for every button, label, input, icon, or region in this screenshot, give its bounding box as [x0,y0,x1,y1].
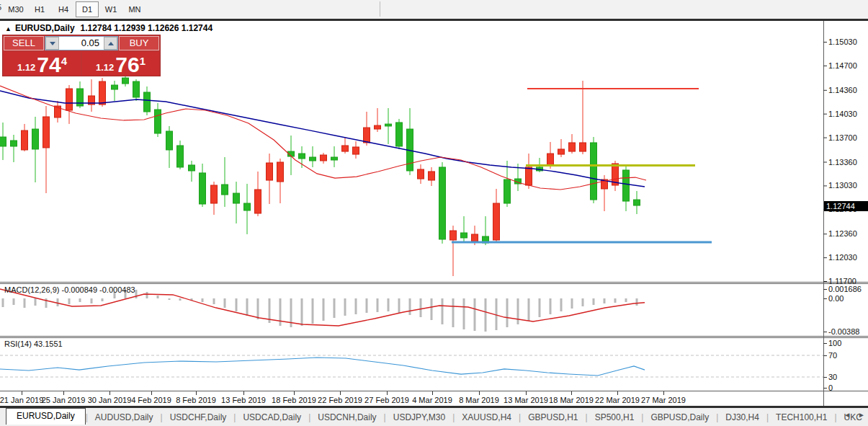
ask-price-prefix: 1.12 [96,61,114,75]
timeframe-buttons: M30H1H4D1W1MN [4,1,147,17]
timeframe-h4-button[interactable]: H4 [52,1,75,17]
rsi-indicator-label: RSI(14) 43.1551 [4,340,63,348]
date-axis-label: 18 Feb 2019 [272,396,316,404]
ask-price-display[interactable]: 1.12761 [82,52,159,76]
date-axis-label: 13 Feb 2019 [221,396,266,404]
tab-sp500-h1[interactable]: SP500,H1 [588,410,642,425]
chart-ohlc-values: 1.12784 1.12939 1.12626 1.12744 [81,23,213,33]
tab-tech100-h1[interactable]: TECH100,H1 [769,410,834,425]
tab-usdcnh-daily[interactable]: USDCNH,Daily [310,410,383,425]
date-axis-label: 22 Mar 2019 [595,396,640,404]
chevron-down-icon [50,42,55,45]
tab-gbpusd-h1[interactable]: GBPUSD,H1 [521,410,585,425]
chart-title: ▲EURUSD,Daily1.12784 1.12939 1.12626 1.1… [5,23,212,33]
timeframe-h1-button[interactable]: H1 [28,1,51,17]
chart-window: ▲EURUSD,Daily1.12784 1.12939 1.12626 1.1… [0,21,868,406]
tab-scroll-left-icon[interactable]: ◄ [844,411,851,419]
rsi-axis-label: 100 [828,339,841,347]
tab-xauusd-h4[interactable]: XAUUSD,H4 [455,410,519,425]
chevron-up-icon [108,42,114,45]
rsi-axis-label: 0 [828,383,833,392]
timeframe-d1-button[interactable]: D1 [76,1,99,17]
volume-increase-button[interactable] [104,37,117,50]
date-axis-label: 21 Jan 2019 [0,396,43,404]
price-axis-label: 1.13030 [828,181,857,190]
date-axis-label: 27 Feb 2019 [364,396,409,404]
date-axis-label: 13 Mar 2019 [504,396,548,404]
macd-indicator-label: MACD(12,26,9) -0.000849 -0.000483 [4,285,135,294]
price-axis-label: 1.14030 [828,110,857,118]
current-price-tag: 1.12744 [824,201,868,211]
timeframe-mn-button[interactable]: MN [123,1,146,17]
date-axis-label: 30 Jan 2019 [88,396,132,404]
bid-price-big: 74 [37,55,61,75]
bid-price-display[interactable]: 1.12744 [4,52,81,76]
date-axis-label: 4 Mar 2019 [412,396,452,404]
date-axis-label: 4 Feb 2019 [131,396,171,404]
one-click-trading-panel: SELL 0.05 BUY 1.12744 1.12761 [2,35,161,76]
collapse-triangle-icon[interactable]: ▲ [5,25,12,32]
tab-usdjpy-m30[interactable]: USDJPY,M30 [386,410,452,425]
timeframe-toolbar: 5 M30H1H4D1W1MN [0,0,868,19]
volume-decrease-button[interactable] [45,37,59,50]
sell-button[interactable]: SELL [4,36,44,50]
tab-scroll-right-icon[interactable]: ► [858,411,865,419]
volume-spinner: 0.05 [45,36,118,50]
tab-usdcad-daily[interactable]: USDCAD,Daily [236,410,308,425]
price-axis-label: 1.14360 [828,86,857,94]
bid-price-prefix: 1.12 [17,61,35,75]
tab-dj30-h4[interactable]: DJ30,H4 [718,410,766,425]
date-axis-label: 27 Mar 2019 [641,396,686,404]
price-axis-label: 1.13700 [828,133,857,142]
date-axis-label: 8 Feb 2019 [176,396,216,404]
tab-usdchf-daily[interactable]: USDCHF,Daily [163,410,234,425]
ask-price-big: 76 [115,55,139,75]
timeframe-m30-button[interactable]: M30 [4,1,27,17]
macd-axis-label: 0.001686 [828,285,862,293]
tab-eurusd-daily[interactable]: EURUSD,Daily [6,408,86,425]
clipped-timeframe-label: 5 [0,3,2,14]
tab-audusd-daily[interactable]: AUDUSD,Daily [88,410,161,425]
trading-terminal: 5 M30H1H4D1W1MN ▲EURUSD,Daily1.12784 1.1… [0,0,868,426]
chart-symbol-label: EURUSD,Daily [15,23,75,33]
date-axis-label: 25 Jan 2019 [42,396,86,404]
date-axis-label: 22 Feb 2019 [318,396,362,404]
ask-price-sup: 1 [140,48,146,75]
date-axis-label: 8 Mar 2019 [459,396,499,404]
date-axis-label: 18 Mar 2019 [549,396,594,404]
price-axis-label: 1.12030 [828,253,857,262]
price-axis-label: 1.13360 [828,158,857,167]
timeframe-w1-button[interactable]: W1 [99,1,122,17]
chart-tab-bar: EURUSD,Daily|AUDUSD,Daily|USDCHF,Daily|U… [0,408,868,426]
price-axis-label: 1.15030 [828,37,857,46]
price-chart-plot[interactable] [0,21,868,406]
rsi-axis-label: 30 [828,373,837,381]
bid-price-sup: 4 [61,48,67,75]
macd-axis-label: 0.00 [828,294,844,303]
toolbar-separator [380,1,380,17]
price-axis-label: 1.12360 [828,229,857,238]
tab-scroll-controls: ◄ ► [844,411,865,419]
price-axis-label: 1.14700 [828,61,857,70]
macd-axis-label: -0.00388 [828,327,859,336]
tab-gbpusd-daily[interactable]: GBPUSD,Daily [643,410,716,425]
rsi-axis-label: 70 [828,351,837,360]
